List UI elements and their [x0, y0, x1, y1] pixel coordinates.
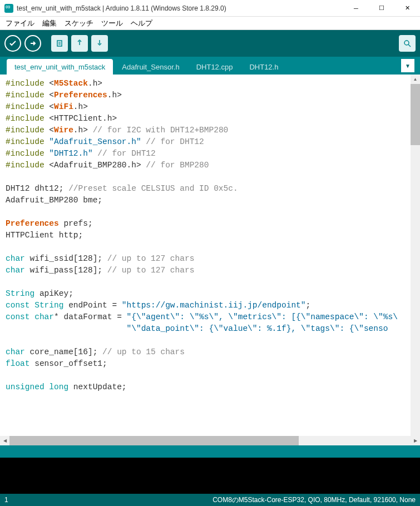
board-status: COM8のM5Stack-Core-ESP32, QIO, 80MHz, Def…: [213, 495, 416, 505]
new-button[interactable]: [51, 35, 68, 52]
toolbar: [0, 30, 420, 57]
arduino-icon: [4, 4, 13, 13]
upload-button[interactable]: [24, 35, 41, 52]
bottom-statusbar: 1 COM8のM5Stack-Core-ESP32, QIO, 80MHz, D…: [0, 494, 420, 506]
vertical-scrollbar[interactable]: ▲: [411, 75, 420, 436]
menubar: ファイル 編集 スケッチ ツール ヘルプ: [0, 17, 420, 30]
menu-help[interactable]: ヘルプ: [129, 17, 155, 29]
menu-edit[interactable]: 編集: [40, 17, 59, 29]
line-number-status: 1: [4, 496, 213, 504]
serial-monitor-button[interactable]: [399, 35, 416, 52]
open-button[interactable]: [71, 35, 88, 52]
minimize-button[interactable]: ─: [343, 0, 369, 17]
svg-point-4: [404, 41, 409, 45]
titlebar: test_env_unit_with_m5stack | Arduino 1.8…: [0, 0, 420, 17]
close-button[interactable]: ✕: [394, 0, 420, 17]
maximize-button[interactable]: ☐: [369, 0, 394, 17]
svg-line-5: [408, 44, 411, 47]
tabbar: test_env_unit_with_m5stack Adafruit_Sens…: [0, 57, 420, 75]
window-title: test_env_unit_with_m5stack | Arduino 1.8…: [17, 4, 343, 12]
tab-adafruit-sensor[interactable]: Adafruit_Sensor.h: [114, 59, 187, 75]
vertical-scroll-thumb[interactable]: [411, 84, 420, 145]
scroll-right-icon[interactable]: ▶: [411, 436, 420, 445]
editor-container: #include <M5Stack.h> #include <Preferenc…: [0, 75, 420, 436]
tab-dht12-cpp[interactable]: DHT12.cpp: [189, 59, 241, 75]
horizontal-scrollbar[interactable]: ◀ ▶: [0, 436, 420, 445]
console-output[interactable]: [0, 458, 420, 494]
code-editor[interactable]: #include <M5Stack.h> #include <Preferenc…: [0, 75, 411, 436]
menu-tools[interactable]: ツール: [99, 17, 125, 29]
tab-dropdown-button[interactable]: ▼: [401, 59, 414, 72]
menu-sketch[interactable]: スケッチ: [62, 17, 96, 29]
verify-button[interactable]: [4, 35, 21, 52]
tab-main[interactable]: test_env_unit_with_m5stack: [7, 59, 113, 75]
status-area: [0, 445, 420, 458]
scroll-up-icon[interactable]: ▲: [411, 75, 420, 84]
menu-file[interactable]: ファイル: [3, 17, 37, 29]
scroll-left-icon[interactable]: ◀: [0, 436, 9, 445]
save-button[interactable]: [91, 35, 108, 52]
tab-dht12-h[interactable]: DHT12.h: [241, 59, 286, 75]
horizontal-scroll-thumb[interactable]: [9, 436, 299, 445]
